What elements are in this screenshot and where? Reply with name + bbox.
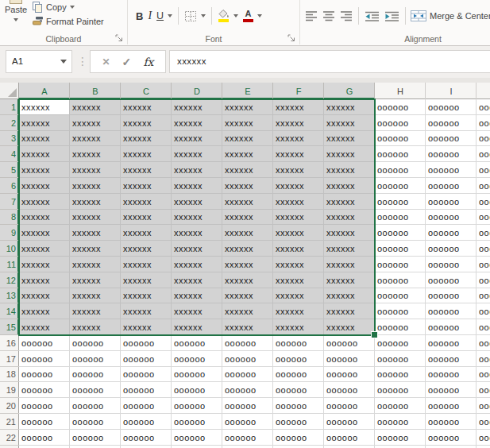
cell-r23c8[interactable]: oooooo: [375, 446, 426, 448]
row-header-21[interactable]: 21: [0, 414, 19, 430]
cell-r10c6[interactable]: xxxxxx: [273, 241, 324, 257]
cell-r22c5[interactable]: oooooo: [222, 430, 273, 446]
cell-r3c5[interactable]: xxxxxx: [222, 131, 273, 147]
cell-r15c2[interactable]: xxxxxx: [70, 319, 121, 335]
cell-r14c5[interactable]: xxxxxx: [222, 303, 273, 319]
cell-r11c10[interactable]: oooooo: [476, 257, 490, 272]
cell-r6c4[interactable]: xxxxxx: [172, 178, 222, 194]
cell-r23c5[interactable]: oooooo: [222, 446, 273, 448]
cell-r16c10[interactable]: oooooo: [476, 335, 490, 351]
cell-r3c2[interactable]: xxxxxx: [70, 131, 121, 147]
cell-r23c7[interactable]: oooooo: [324, 446, 375, 448]
cell-r8c3[interactable]: xxxxxx: [121, 210, 172, 226]
cell-r9c7[interactable]: xxxxxx: [324, 225, 375, 241]
cell-r17c8[interactable]: oooooo: [375, 351, 426, 367]
underline-dropdown-caret-icon[interactable]: [168, 14, 172, 17]
cell-r13c7[interactable]: xxxxxx: [324, 288, 375, 304]
cell-r5c2[interactable]: xxxxxx: [70, 162, 121, 178]
cell-r2c1[interactable]: xxxxxx: [19, 115, 70, 131]
cell-r21c2[interactable]: oooooo: [70, 414, 121, 430]
cell-r13c4[interactable]: xxxxxx: [172, 288, 222, 304]
format-painter-button[interactable]: Format Painter: [33, 15, 104, 27]
cell-r11c9[interactable]: oooooo: [426, 257, 476, 272]
cell-r4c9[interactable]: oooooo: [426, 146, 476, 162]
cell-r23c4[interactable]: oooooo: [172, 446, 222, 448]
cell-r15c10[interactable]: oooooo: [476, 319, 490, 335]
name-box[interactable]: A1: [6, 50, 72, 73]
cell-r14c10[interactable]: oooooo: [476, 303, 490, 319]
cell-r13c2[interactable]: xxxxxx: [70, 288, 121, 304]
cell-r7c2[interactable]: xxxxxx: [70, 194, 121, 210]
cell-r15c5[interactable]: xxxxxx: [222, 319, 273, 335]
row-header-5[interactable]: 5: [0, 162, 19, 178]
cell-r6c3[interactable]: xxxxxx: [121, 178, 172, 194]
cell-r1c1[interactable]: xxxxxx: [19, 99, 70, 115]
cell-r8c7[interactable]: xxxxxx: [324, 210, 375, 226]
cell-r22c4[interactable]: oooooo: [172, 430, 222, 446]
cell-r14c1[interactable]: xxxxxx: [19, 303, 70, 319]
underline-button[interactable]: U: [154, 6, 175, 25]
column-header-I[interactable]: I: [426, 83, 476, 99]
font-color-button[interactable]: A: [241, 6, 264, 25]
cell-r6c9[interactable]: oooooo: [426, 178, 476, 194]
cell-r16c3[interactable]: oooooo: [121, 335, 172, 351]
cell-r17c5[interactable]: oooooo: [222, 351, 273, 367]
cell-r9c2[interactable]: xxxxxx: [70, 225, 121, 241]
cell-r3c6[interactable]: xxxxxx: [273, 131, 324, 147]
cell-r7c3[interactable]: xxxxxx: [121, 194, 172, 210]
cell-r20c7[interactable]: oooooo: [324, 398, 375, 414]
cell-r7c6[interactable]: xxxxxx: [273, 194, 324, 210]
cell-r14c9[interactable]: oooooo: [426, 303, 476, 319]
cell-r19c8[interactable]: oooooo: [375, 382, 426, 398]
borders-dropdown-caret-icon[interactable]: [201, 14, 206, 17]
row-header-9[interactable]: 9: [0, 225, 19, 241]
bold-button[interactable]: B: [133, 6, 145, 25]
cell-r12c9[interactable]: oooooo: [426, 272, 476, 288]
cell-r19c3[interactable]: oooooo: [121, 382, 172, 398]
cell-r2c9[interactable]: oooooo: [426, 115, 476, 131]
cell-r3c8[interactable]: oooooo: [375, 131, 426, 147]
cell-r18c9[interactable]: oooooo: [426, 367, 476, 383]
cell-r13c1[interactable]: xxxxxx: [19, 288, 70, 304]
cell-r8c8[interactable]: oooooo: [375, 210, 426, 226]
cell-r2c6[interactable]: xxxxxx: [273, 115, 324, 131]
cell-r11c4[interactable]: xxxxxx: [172, 257, 222, 272]
cell-r9c9[interactable]: oooooo: [426, 225, 476, 241]
increase-indent-button[interactable]: [382, 6, 402, 25]
cell-r18c6[interactable]: oooooo: [273, 367, 324, 383]
cell-r8c9[interactable]: oooooo: [426, 210, 476, 226]
cell-r13c3[interactable]: xxxxxx: [121, 288, 172, 304]
cell-r13c6[interactable]: xxxxxx: [273, 288, 324, 304]
cell-r5c9[interactable]: oooooo: [426, 162, 476, 178]
cell-r19c4[interactable]: oooooo: [172, 382, 222, 398]
cell-r9c5[interactable]: xxxxxx: [222, 225, 273, 241]
decrease-indent-button[interactable]: [362, 6, 382, 25]
formula-input[interactable]: xxxxxx: [169, 50, 490, 73]
cell-r12c10[interactable]: oooooo: [476, 272, 490, 288]
cell-r12c7[interactable]: xxxxxx: [324, 272, 375, 288]
row-header-11[interactable]: 11: [0, 257, 19, 272]
cell-r18c4[interactable]: oooooo: [172, 367, 222, 383]
cell-r10c3[interactable]: xxxxxx: [121, 241, 172, 257]
cell-r20c8[interactable]: oooooo: [375, 398, 426, 414]
cell-r17c7[interactable]: oooooo: [324, 351, 375, 367]
cell-r6c6[interactable]: xxxxxx: [273, 178, 324, 194]
cell-r21c3[interactable]: oooooo: [121, 414, 172, 430]
row-header-23[interactable]: 23: [0, 446, 19, 448]
cell-r5c5[interactable]: xxxxxx: [222, 162, 273, 178]
cell-r21c10[interactable]: oooooo: [476, 414, 490, 430]
cell-r10c7[interactable]: xxxxxx: [324, 241, 375, 257]
cell-r1c5[interactable]: xxxxxx: [222, 99, 273, 115]
cell-r23c3[interactable]: oooooo: [121, 446, 172, 448]
column-header-G[interactable]: G: [324, 83, 375, 99]
cell-r13c8[interactable]: oooooo: [375, 288, 426, 304]
cell-r9c8[interactable]: oooooo: [375, 225, 426, 241]
cell-r1c8[interactable]: oooooo: [375, 99, 426, 115]
cell-r2c2[interactable]: xxxxxx: [70, 115, 121, 131]
cell-r2c10[interactable]: oooooo: [476, 115, 490, 131]
cell-r8c10[interactable]: oooooo: [476, 210, 490, 226]
cell-r1c7[interactable]: xxxxxx: [324, 99, 375, 115]
cell-r4c7[interactable]: xxxxxx: [324, 146, 375, 162]
cell-r23c2[interactable]: oooooo: [70, 446, 121, 448]
font-dialog-launcher-icon[interactable]: [287, 34, 295, 42]
